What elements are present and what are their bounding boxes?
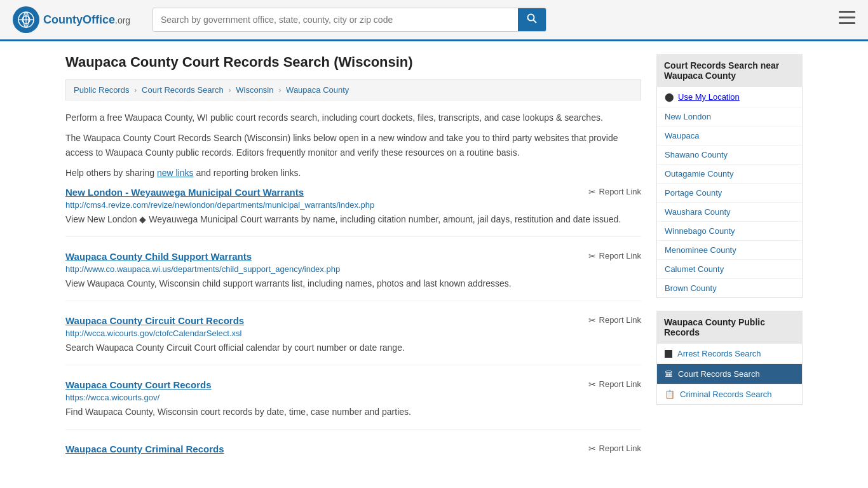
sidebar-nearby-list: ⬤ Use My Location New London Waupaca Sha… <box>656 87 803 298</box>
use-my-location-link[interactable]: Use My Location <box>678 92 740 102</box>
logo-text: CountyOffice.org <box>43 13 130 27</box>
report-link[interactable]: ✂ Report Link <box>588 251 641 261</box>
sidebar-link-brown[interactable]: Brown County <box>665 283 717 293</box>
breadcrumb-public-records[interactable]: Public Records <box>74 85 129 95</box>
page-title: Waupaca County Court Records Search (Wis… <box>65 54 641 71</box>
result-item: Waupaca County Circuit Court Records ✂ R… <box>65 315 641 365</box>
breadcrumb-court-records-search[interactable]: Court Records Search <box>142 85 224 95</box>
new-links-link[interactable]: new links <box>157 168 194 178</box>
breadcrumb-waupaca-county[interactable]: Waupaca County <box>286 85 349 95</box>
arrest-records-link[interactable]: Arrest Records Search <box>677 349 761 358</box>
arrest-records-icon <box>665 350 672 358</box>
report-link[interactable]: ✂ Report Link <box>588 187 641 197</box>
search-input[interactable] <box>153 8 518 31</box>
sidebar-item-outagamie: Outagamie County <box>657 165 802 184</box>
criminal-records-icon: 📋 <box>665 390 675 399</box>
report-icon: ✂ <box>588 379 596 390</box>
results-list: New London - Weyauwega Municipal Court W… <box>65 187 641 467</box>
sidebar-item-arrest-records[interactable]: Arrest Records Search <box>657 344 802 364</box>
logo-icon <box>13 6 39 33</box>
result-item: New London - Weyauwega Municipal Court W… <box>65 187 641 237</box>
sidebar-link-winnebago[interactable]: Winnebago County <box>665 226 735 236</box>
svg-point-5 <box>528 15 534 21</box>
svg-rect-7 <box>839 11 855 13</box>
description-1: Perform a free Waupaca County, WI public… <box>65 111 641 125</box>
result-url[interactable]: http://wcca.wicourts.gov/ctofcCalendarSe… <box>65 329 641 338</box>
sidebar-item-criminal-records[interactable]: 📋 Criminal Records Search <box>657 384 802 404</box>
result-desc: View Waupaca County, Wisconsin child sup… <box>65 277 641 290</box>
search-button[interactable] <box>518 8 546 31</box>
result-title[interactable]: New London - Weyauwega Municipal Court W… <box>65 187 304 198</box>
sidebar-item-menominee: Menominee County <box>657 241 802 260</box>
court-records-icon: 🏛 <box>665 369 673 379</box>
sidebar-nearby-heading: Court Records Search near Waupaca County <box>656 54 803 87</box>
result-desc: Find Waupaca County, Wisconsin court rec… <box>65 405 641 419</box>
result-title[interactable]: Waupaca County Child Support Warrants <box>65 251 252 262</box>
sidebar-link-outagamie[interactable]: Outagamie County <box>665 169 733 179</box>
sidebar-public-records-section: Waupaca County Public Records Arrest Rec… <box>656 311 803 405</box>
sidebar-item-winnebago: Winnebago County <box>657 222 802 241</box>
result-item: Waupaca County Criminal Records ✂ Report… <box>65 444 641 467</box>
sidebar-item-waushara: Waushara County <box>657 203 802 222</box>
criminal-records-link[interactable]: Criminal Records Search <box>680 390 772 399</box>
sidebar: Court Records Search near Waupaca County… <box>656 54 803 481</box>
sidebar-nearby-section: Court Records Search near Waupaca County… <box>656 54 803 298</box>
report-link[interactable]: ✂ Report Link <box>588 379 641 390</box>
sidebar-item-court-records[interactable]: 🏛 Court Records Search <box>657 364 802 384</box>
location-dot-icon: ⬤ <box>665 92 674 102</box>
report-icon: ✂ <box>588 315 596 325</box>
sidebar-public-records-heading: Waupaca County Public Records <box>656 311 803 344</box>
court-records-link[interactable]: Court Records Search <box>678 369 760 379</box>
sidebar-link-waupaca[interactable]: Waupaca <box>665 131 699 140</box>
result-url[interactable]: http://www.co.waupaca.wi.us/departments/… <box>65 264 641 274</box>
description-2: The Waupaca County Court Records Search … <box>65 131 641 159</box>
result-url[interactable]: http://cms4.revize.com/revize/newlondon/… <box>65 200 641 210</box>
search-bar <box>153 8 546 32</box>
sidebar-link-menominee[interactable]: Menominee County <box>665 245 736 255</box>
result-desc: Search Waupaca County Circuit Court offi… <box>65 341 641 355</box>
content-area: Waupaca County Court Records Search (Wis… <box>65 54 641 481</box>
result-title[interactable]: Waupaca County Court Records <box>65 379 211 390</box>
menu-icon[interactable] <box>839 11 855 29</box>
report-link[interactable]: ✂ Report Link <box>588 315 641 325</box>
svg-rect-9 <box>839 22 855 24</box>
sidebar-item-portage: Portage County <box>657 184 802 203</box>
sidebar-item-shawano: Shawano County <box>657 146 802 165</box>
result-item: Waupaca County Child Support Warrants ✂ … <box>65 251 641 301</box>
report-link[interactable]: ✂ Report Link <box>588 444 641 454</box>
breadcrumb: Public Records › Court Records Search › … <box>65 79 641 100</box>
report-icon: ✂ <box>588 251 596 261</box>
breadcrumb-wisconsin[interactable]: Wisconsin <box>236 85 273 95</box>
result-title[interactable]: Waupaca County Criminal Records <box>65 444 224 454</box>
sidebar-public-records-list: Arrest Records Search 🏛 Court Records Se… <box>656 344 803 405</box>
sidebar-link-shawano[interactable]: Shawano County <box>665 150 728 159</box>
sidebar-item-new-london: New London <box>657 107 802 126</box>
report-icon: ✂ <box>588 444 596 454</box>
sidebar-link-portage[interactable]: Portage County <box>665 188 722 198</box>
report-icon: ✂ <box>588 187 596 197</box>
sidebar-item-brown: Brown County <box>657 279 802 297</box>
header: CountyOffice.org <box>0 0 868 41</box>
sidebar-item-waupaca: Waupaca <box>657 126 802 146</box>
sidebar-link-waushara[interactable]: Waushara County <box>665 207 731 217</box>
sidebar-link-new-london[interactable]: New London <box>665 112 711 121</box>
result-url[interactable]: https://wcca.wicourts.gov/ <box>65 393 641 402</box>
sidebar-link-calumet[interactable]: Calumet County <box>665 264 724 274</box>
svg-line-6 <box>534 20 537 24</box>
result-item: Waupaca County Court Records ✂ Report Li… <box>65 379 641 430</box>
logo-area: CountyOffice.org <box>13 6 140 33</box>
svg-rect-8 <box>839 17 855 18</box>
result-desc: View New London ◆ Weyauwega Municipal Co… <box>65 213 641 226</box>
main-container: Waupaca County Court Records Search (Wis… <box>53 41 815 488</box>
description-3: Help others by sharing new links and rep… <box>65 166 641 180</box>
sidebar-use-my-location[interactable]: ⬤ Use My Location <box>657 87 802 107</box>
result-title[interactable]: Waupaca County Circuit Court Records <box>65 315 244 326</box>
sidebar-item-calumet: Calumet County <box>657 260 802 279</box>
